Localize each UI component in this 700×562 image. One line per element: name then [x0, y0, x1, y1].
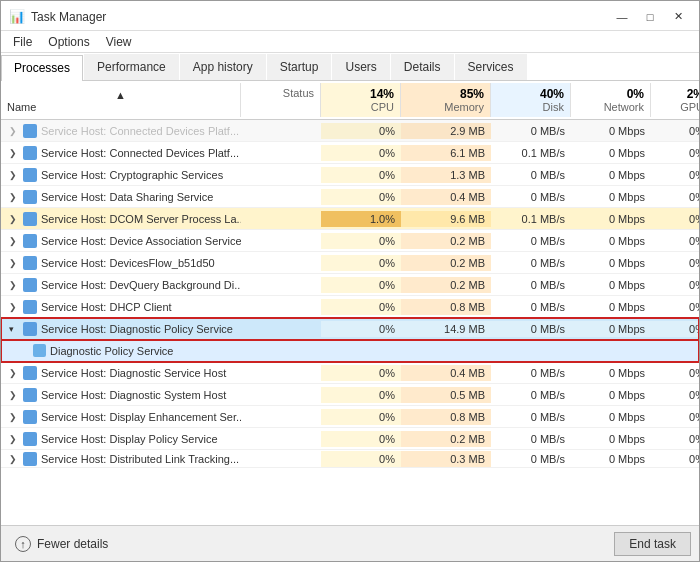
- process-name-cell: ❯ Service Host: DevicesFlow_b51d50: [1, 254, 241, 272]
- table-row[interactable]: ❯ Service Host: Diagnostic System Host 0…: [1, 384, 699, 406]
- tab-details[interactable]: Details: [391, 54, 454, 80]
- disk-cell: 0 MB/s: [491, 167, 571, 183]
- cpu-cell: 0%: [321, 321, 401, 337]
- table-row[interactable]: ❯ Service Host: Cryptographic Services 0…: [1, 164, 699, 186]
- table-row[interactable]: ❯ Service Host: Connected Devices Platf.…: [1, 142, 699, 164]
- expand-icon[interactable]: ❯: [9, 192, 19, 202]
- tab-startup[interactable]: Startup: [267, 54, 332, 80]
- expand-icon[interactable]: ❯: [9, 148, 19, 158]
- tab-processes[interactable]: Processes: [1, 55, 83, 81]
- col-disk[interactable]: 40% Disk: [491, 83, 571, 117]
- cpu-cell: 0%: [321, 189, 401, 205]
- memory-cell: [401, 349, 491, 353]
- col-status-label: Status: [247, 87, 314, 99]
- col-name[interactable]: ▲ Name: [1, 83, 241, 117]
- process-name: Service Host: DCOM Server Process La...: [41, 213, 241, 225]
- status-cell: [241, 217, 321, 221]
- tabs-bar: Processes Performance App history Startu…: [1, 53, 699, 81]
- expand-icon[interactable]: ❯: [9, 258, 19, 268]
- table-row-selected[interactable]: ▾ Service Host: Diagnostic Policy Servic…: [1, 318, 699, 340]
- col-cpu[interactable]: 14% CPU: [321, 83, 401, 117]
- expand-icon[interactable]: ❯: [9, 390, 19, 400]
- table-row[interactable]: ❯ Service Host: DCOM Server Process La..…: [1, 208, 699, 230]
- process-name: Service Host: DevQuery Background Di...: [41, 279, 241, 291]
- expand-icon[interactable]: ❯: [9, 368, 19, 378]
- col-gpu[interactable]: 2% GPU: [651, 83, 699, 117]
- table-body[interactable]: ❯ Service Host: Connected Devices Platf.…: [1, 120, 699, 525]
- cpu-cell: [321, 349, 401, 353]
- status-cell: [241, 457, 321, 461]
- process-name: Service Host: Connected Devices Platf...: [41, 125, 239, 137]
- table-row[interactable]: ❯ Service Host: Display Policy Service 0…: [1, 428, 699, 450]
- cpu-cell: 1.0%: [321, 211, 401, 227]
- expand-icon[interactable]: ❯: [9, 170, 19, 180]
- gpu-cell: 0%: [651, 451, 699, 467]
- col-status[interactable]: Status: [241, 83, 321, 117]
- menu-file[interactable]: File: [5, 33, 40, 51]
- table-row-child[interactable]: Diagnostic Policy Service: [1, 340, 699, 362]
- expand-icon[interactable]: ❯: [9, 412, 19, 422]
- network-cell: 0 Mbps: [571, 409, 651, 425]
- table-row[interactable]: ❯ Service Host: Diagnostic Service Host …: [1, 362, 699, 384]
- process-icon: [23, 124, 37, 138]
- fewer-details-button[interactable]: ↑ Fewer details: [9, 532, 114, 556]
- expand-icon[interactable]: ❯: [9, 236, 19, 246]
- tab-performance[interactable]: Performance: [84, 54, 179, 80]
- tab-users[interactable]: Users: [332, 54, 389, 80]
- process-icon: [23, 388, 37, 402]
- process-icon: [23, 278, 37, 292]
- process-name: Service Host: DHCP Client: [41, 301, 172, 313]
- menu-options[interactable]: Options: [40, 33, 97, 51]
- table-row[interactable]: ❯ Service Host: Data Sharing Service 0% …: [1, 186, 699, 208]
- expand-icon[interactable]: ❯: [9, 280, 19, 290]
- table-row[interactable]: ❯ Service Host: Device Association Servi…: [1, 230, 699, 252]
- expand-icon[interactable]: ❯: [9, 126, 19, 136]
- process-name: Service Host: Diagnostic System Host: [41, 389, 226, 401]
- table-row[interactable]: ❯ Service Host: DevicesFlow_b51d50 0% 0.…: [1, 252, 699, 274]
- network-cell: 0 Mbps: [571, 255, 651, 271]
- expand-icon[interactable]: ❯: [9, 454, 19, 464]
- table-row[interactable]: ❯ Service Host: DevQuery Background Di..…: [1, 274, 699, 296]
- expand-icon[interactable]: ❯: [9, 302, 19, 312]
- end-task-button[interactable]: End task: [614, 532, 691, 556]
- tab-app-history[interactable]: App history: [180, 54, 266, 80]
- gpu-cell: 0%: [651, 167, 699, 183]
- title-bar-left: 📊 Task Manager: [9, 9, 106, 24]
- col-cpu-label: CPU: [327, 101, 394, 113]
- memory-cell: 2.9 MB: [401, 123, 491, 139]
- table-row[interactable]: ❯ Service Host: Distributed Link Trackin…: [1, 450, 699, 468]
- col-cpu-percent: 14%: [327, 87, 394, 101]
- col-network-percent: 0%: [577, 87, 644, 101]
- maximize-button[interactable]: □: [637, 7, 663, 27]
- table-row[interactable]: ❯ Service Host: DHCP Client 0% 0.8 MB 0 …: [1, 296, 699, 318]
- gpu-cell: 0%: [651, 211, 699, 227]
- memory-cell: 0.2 MB: [401, 255, 491, 271]
- disk-cell: 0.1 MB/s: [491, 145, 571, 161]
- status-cell: [241, 239, 321, 243]
- expand-icon[interactable]: ❯: [9, 434, 19, 444]
- minimize-button[interactable]: —: [609, 7, 635, 27]
- process-icon: [23, 234, 37, 248]
- col-network[interactable]: 0% Network: [571, 83, 651, 117]
- gpu-cell: 0%: [651, 233, 699, 249]
- close-button[interactable]: ✕: [665, 7, 691, 27]
- disk-cell: 0 MB/s: [491, 277, 571, 293]
- disk-cell: 0 MB/s: [491, 409, 571, 425]
- table-row[interactable]: ❯ Service Host: Display Enhancement Ser.…: [1, 406, 699, 428]
- gpu-cell: 0%: [651, 277, 699, 293]
- tab-services[interactable]: Services: [455, 54, 527, 80]
- expand-icon[interactable]: ❯: [9, 214, 19, 224]
- process-name-cell: ❯ Service Host: Diagnostic Service Host: [1, 364, 241, 382]
- network-cell: 0 Mbps: [571, 299, 651, 315]
- disk-cell: 0 MB/s: [491, 387, 571, 403]
- menu-view[interactable]: View: [98, 33, 140, 51]
- status-cell: [241, 173, 321, 177]
- table-row[interactable]: ❯ Service Host: Connected Devices Platf.…: [1, 120, 699, 142]
- col-memory[interactable]: 85% Memory: [401, 83, 491, 117]
- process-icon: [23, 190, 37, 204]
- col-gpu-label: GPU: [657, 101, 699, 113]
- process-icon: [23, 432, 37, 446]
- gpu-cell: 0%: [651, 387, 699, 403]
- expand-icon[interactable]: ▾: [9, 324, 19, 334]
- disk-cell: 0 MB/s: [491, 233, 571, 249]
